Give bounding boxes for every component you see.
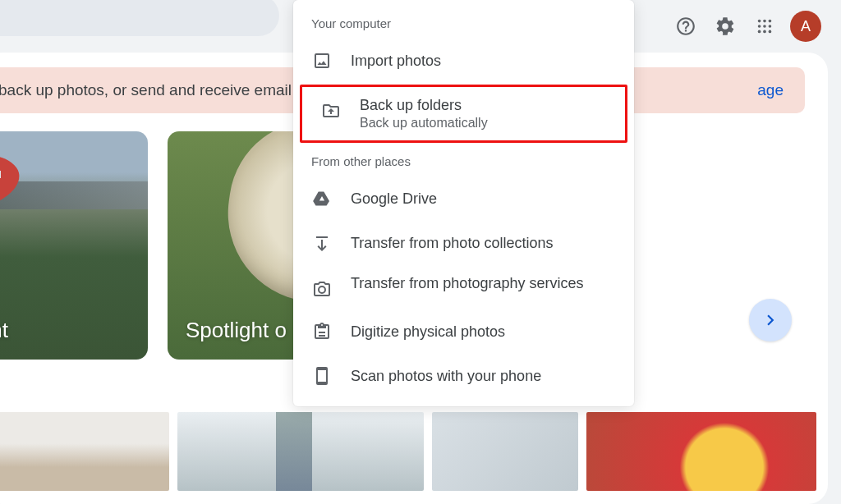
menu-item-transfer-collections[interactable]: Transfer from photo collections: [293, 221, 634, 265]
memory-card[interactable]: moment: [0, 131, 148, 360]
svg-point-2: [769, 20, 772, 23]
menu-item-label: Google Drive: [351, 190, 437, 208]
menu-item-label: Digitize physical photos: [351, 323, 505, 341]
apps-icon[interactable]: [751, 12, 779, 40]
dropdown-section-title: From other places: [293, 149, 634, 176]
avatar-initial: A: [801, 18, 811, 35]
menu-item-label: Transfer from photography services: [351, 275, 583, 292]
menu-item-transfer-services[interactable]: Transfer from photography services: [293, 265, 634, 309]
menu-item-import-photos[interactable]: Import photos: [293, 39, 634, 83]
menu-item-label: Import photos: [351, 53, 441, 70]
photo-thumbnail[interactable]: [177, 412, 424, 491]
camera-icon: [311, 278, 333, 300]
clipboard-icon: [311, 321, 333, 342]
menu-item-backup-folders[interactable]: Back up folders Back up automatically: [302, 87, 625, 140]
avatar[interactable]: A: [790, 11, 821, 42]
memory-card-label: Spotlight o: [168, 301, 305, 360]
photo-thumbnail[interactable]: [586, 412, 816, 491]
svg-point-4: [763, 25, 766, 28]
help-icon[interactable]: [672, 12, 700, 40]
search-input[interactable]: [0, 0, 279, 36]
banner-link[interactable]: age: [757, 81, 784, 99]
settings-icon[interactable]: [711, 12, 739, 40]
menu-item-label: Back up folders: [360, 97, 488, 114]
svg-point-6: [758, 30, 761, 34]
memory-card-label: moment: [0, 301, 26, 360]
import-dropdown: Your computer Import photos Back up fold…: [293, 0, 634, 406]
dropdown-section-title: Your computer: [293, 11, 634, 39]
download-icon: [311, 232, 333, 254]
next-button[interactable]: [749, 299, 792, 341]
menu-item-google-drive[interactable]: Google Drive: [293, 176, 634, 221]
svg-point-5: [769, 25, 772, 28]
phone-icon: [311, 365, 333, 387]
menu-item-sublabel: Back up automatically: [360, 116, 488, 131]
menu-item-label: Scan photos with your phone: [351, 368, 541, 385]
svg-point-8: [769, 30, 772, 34]
menu-item-scan-phone[interactable]: Scan photos with your phone: [293, 354, 634, 398]
menu-item-label: Transfer from photo collections: [351, 235, 553, 252]
menu-item-digitize-photos[interactable]: Digitize physical photos: [293, 309, 634, 354]
svg-point-3: [758, 25, 761, 28]
photo-grid: [0, 412, 828, 491]
banner-text: back up photos, or send and receive emai…: [0, 81, 300, 99]
drive-icon: [311, 188, 333, 209]
svg-point-7: [763, 30, 766, 34]
image-icon: [311, 50, 333, 71]
photo-thumbnail[interactable]: [432, 412, 578, 491]
svg-point-1: [763, 20, 766, 23]
highlight-box: Back up folders Back up automatically: [300, 85, 627, 143]
photo-thumbnail[interactable]: [0, 412, 169, 491]
folder-upload-icon: [320, 100, 342, 121]
svg-point-0: [758, 20, 761, 23]
